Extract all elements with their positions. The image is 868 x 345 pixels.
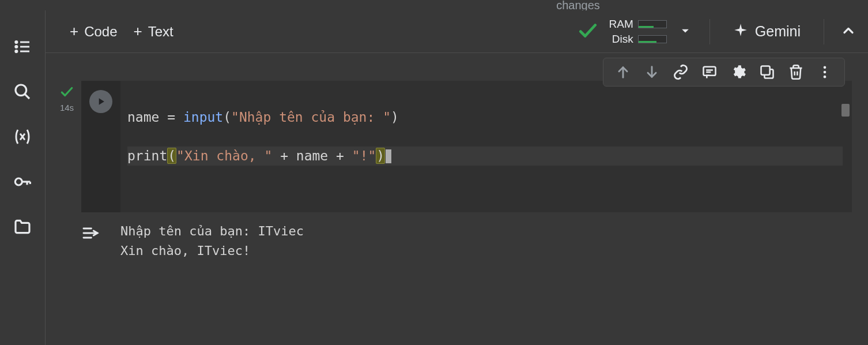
connection-ok-icon [577, 20, 599, 44]
settings-icon[interactable] [730, 64, 746, 80]
code-token: + [272, 148, 296, 163]
toc-icon[interactable] [12, 36, 33, 57]
svg-point-20 [824, 76, 827, 78]
code-token: "!" [352, 148, 376, 163]
svg-point-19 [824, 71, 827, 74]
svg-point-6 [16, 85, 27, 96]
output-line: Nhập tên của bạn: ITviec [120, 224, 304, 238]
banner-text: changes [556, 0, 600, 10]
move-down-icon[interactable] [644, 64, 660, 80]
scrollbar-thumb[interactable] [841, 104, 850, 117]
runtime-dropdown-icon[interactable] [677, 22, 693, 41]
resource-indicator[interactable]: RAM Disk [609, 18, 667, 46]
output-toggle-icon[interactable] [81, 224, 120, 245]
code-token: = [159, 110, 183, 125]
top-banner: changes [0, 0, 868, 10]
cell-toolbar [603, 58, 845, 87]
exec-time: 14s [60, 103, 74, 112]
code-token: "Nhập tên của bạn: " [231, 110, 391, 125]
add-text-button[interactable]: + Text [126, 18, 182, 45]
svg-rect-17 [761, 66, 770, 75]
svg-point-4 [16, 46, 17, 47]
code-token: + [328, 148, 352, 163]
execution-info: 14s [52, 81, 81, 212]
ram-bar [638, 20, 667, 28]
cell-output: Nhập tên của bạn: ITviec Xin chào, ITvie… [120, 222, 304, 261]
code-token: name [127, 110, 159, 125]
code-cell[interactable]: name = input("Nhập tên của bạn: ") print… [81, 81, 852, 212]
disk-bar [638, 35, 667, 43]
main-toolbar: + Code + Text RAM Disk [46, 10, 868, 53]
svg-line-7 [25, 94, 29, 99]
code-token: ( [223, 110, 231, 125]
output-line: Xin chào, ITviec! [120, 243, 250, 258]
secrets-icon[interactable] [12, 171, 33, 192]
svg-point-8 [15, 178, 22, 185]
code-token: ) [376, 148, 385, 164]
add-code-label: Code [84, 24, 117, 40]
comment-icon[interactable] [701, 64, 718, 80]
code-token: name [296, 148, 328, 163]
link-icon[interactable] [673, 64, 689, 80]
files-icon[interactable] [12, 216, 33, 237]
collapse-icon[interactable] [840, 22, 856, 41]
code-token: "Xin chào, " [176, 148, 272, 163]
toolbar-divider [710, 19, 710, 44]
code-token: input [183, 110, 223, 125]
gemini-label: Gemini [755, 23, 801, 40]
variables-icon[interactable] [12, 126, 33, 147]
run-button[interactable] [89, 90, 112, 113]
exec-success-icon [59, 84, 74, 102]
toolbar-divider [824, 19, 824, 44]
svg-point-3 [16, 41, 17, 43]
plus-icon: + [134, 22, 142, 40]
more-icon[interactable] [817, 64, 833, 80]
mirror-icon[interactable] [759, 64, 775, 80]
svg-rect-14 [704, 67, 716, 76]
code-token: ) [391, 110, 399, 125]
delete-icon[interactable] [788, 64, 804, 80]
add-text-label: Text [148, 24, 173, 40]
svg-point-18 [824, 66, 827, 69]
ram-label: RAM [609, 18, 633, 31]
gemini-button[interactable]: Gemini [726, 18, 807, 46]
cursor [386, 149, 391, 163]
svg-point-5 [16, 50, 17, 52]
code-token: ( [167, 148, 176, 164]
disk-label: Disk [612, 33, 633, 46]
plus-icon: + [70, 22, 78, 40]
left-sidebar [0, 10, 45, 345]
move-up-icon[interactable] [615, 64, 631, 80]
search-icon[interactable] [12, 81, 33, 102]
code-token: print [127, 148, 167, 163]
add-code-button[interactable]: + Code [62, 18, 126, 45]
code-editor[interactable]: name = input("Nhập tên của bạn: ") print… [120, 81, 852, 212]
sparkle-icon [733, 22, 748, 41]
